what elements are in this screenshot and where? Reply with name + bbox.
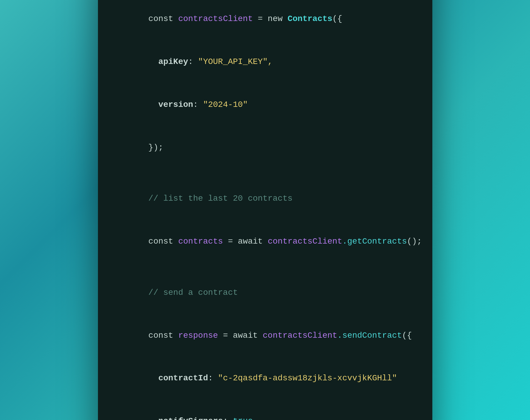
code-line-3: const contractsClient = new Contracts({: [119, 0, 412, 40]
var-response: response: [178, 331, 218, 340]
call-1: ();: [407, 237, 422, 246]
keyword-const-3: const: [148, 331, 178, 340]
code-editor: import Contracts from '@contractsdev/sdk…: [98, 0, 432, 420]
code-line-5: version: "2024-10": [119, 83, 412, 126]
code-line-comment-2: // send a contract: [119, 271, 412, 314]
code-line-8: const contracts = await contractsClient.…: [119, 221, 412, 263]
method-getcontracts: .getContracts: [342, 237, 407, 246]
val-true: true: [233, 416, 253, 420]
code-line-4: apiKey: "YOUR_API_KEY",: [119, 41, 412, 83]
eq-await-1: = await: [223, 237, 268, 246]
comment-list: // list the last 20 contracts: [148, 194, 292, 203]
eq-await-2: = await: [218, 331, 263, 340]
code-line-6: });: [119, 126, 412, 169]
val-apikey: "YOUR_API_KEY",: [198, 57, 273, 66]
comment-send: // send a contract: [148, 288, 238, 297]
val-contractid: "c-2qasdfa-adssw18zjkls-xcvvjkKGHll": [218, 374, 397, 383]
prop-contractid: contractId: [148, 374, 208, 383]
keyword-const-1: const: [148, 14, 178, 23]
open-brace-2: ({: [402, 331, 412, 340]
code-line-11: const response = await contractsClient.s…: [119, 314, 412, 357]
var-contracts-client: contractsClient: [178, 14, 253, 23]
val-version: "2024-10": [203, 100, 248, 109]
prop-notifysigners: notifySigners: [148, 416, 223, 420]
client-ref-1: contractsClient: [268, 237, 342, 246]
class-contracts-new: Contracts: [288, 14, 332, 23]
close-brace-1: });: [148, 143, 163, 152]
colon-3: :: [208, 374, 218, 383]
spacer-3: [119, 263, 412, 271]
colon-1: :: [188, 57, 198, 66]
prop-apikey: apiKey: [148, 57, 188, 66]
code-window: import Contracts from '@contractsdev/sdk…: [98, 0, 432, 420]
code-line-12: contractId: "c-2qasdfa-adssw18zjkls-xcvv…: [119, 357, 412, 400]
code-line-13: notifySigners: true: [119, 400, 412, 420]
spacer-2: [119, 169, 412, 178]
client-ref-2: contractsClient: [263, 331, 337, 340]
colon-2: :: [193, 100, 203, 109]
eq-new: = new: [253, 14, 288, 23]
method-sendcontract: .sendContract: [337, 331, 402, 340]
colon-4: :: [223, 416, 233, 420]
keyword-const-2: const: [148, 237, 178, 246]
prop-version: version: [148, 100, 193, 109]
open-brace-1: ({: [332, 14, 342, 23]
code-line-comment-1: // list the last 20 contracts: [119, 178, 412, 220]
var-contracts: contracts: [178, 237, 223, 246]
